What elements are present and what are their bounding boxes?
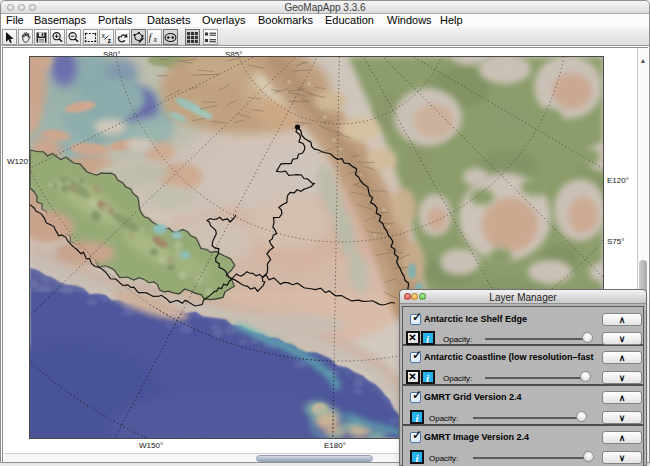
svg-text:z: z [108, 37, 112, 44]
svg-text:x: x [102, 32, 106, 39]
svg-text:f: f [149, 32, 153, 43]
svg-text:x: x [153, 35, 158, 44]
